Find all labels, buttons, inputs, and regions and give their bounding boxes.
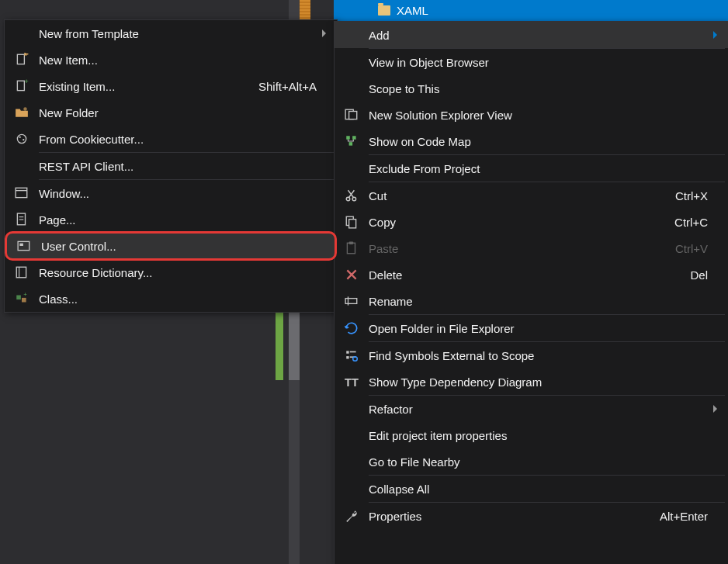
menu-item-label: Find Symbols External to Scope (369, 349, 722, 362)
svg-rect-30 (349, 242, 354, 244)
menu-item-label: Scope to This (369, 82, 722, 95)
open-folder-icon (335, 321, 369, 335)
menu-item-label: Show Type Dependency Diagram (369, 375, 722, 389)
cut-icon (335, 189, 369, 202)
svg-rect-23 (352, 136, 356, 140)
menu-item-label: New Item... (39, 54, 331, 67)
menu-item-new-folder[interactable]: New Folder (5, 99, 337, 126)
menu-item-label: Show on Code Map (369, 135, 722, 148)
menu-item-open-folder[interactable]: Open Folder in File Explorer (335, 315, 728, 341)
menu-item-label: Delete (369, 268, 690, 282)
menu-item-exclude[interactable]: Exclude From Project (335, 155, 728, 182)
menu-item-show-code-map[interactable]: Show on Code Map (335, 128, 728, 154)
class-icon: + (5, 292, 39, 306)
menu-item-rest-api[interactable]: REST API Client... (5, 153, 337, 179)
code-map-icon (335, 134, 369, 148)
existing-item-icon: + (5, 79, 39, 93)
svg-text:T: T (352, 376, 359, 389)
menu-item-copy[interactable]: CopyCtrl+C (335, 209, 728, 235)
svg-rect-13 (18, 241, 29, 250)
menu-item-find-symbols[interactable]: Find Symbols External to Scope (335, 342, 728, 369)
ruler-icon (300, 0, 310, 19)
svg-rect-14 (19, 244, 23, 246)
menu-item-label: User Control... (41, 240, 328, 253)
menu-item-label: New Solution Explorer View (369, 109, 722, 122)
menu-item-shortcut: Ctrl+V (675, 242, 722, 255)
svg-text:+: + (24, 79, 28, 85)
menu-item-label: Class... (39, 292, 331, 306)
menu-item-label: Cut (369, 189, 675, 202)
menu-item-label: Refactor (369, 403, 713, 416)
svg-point-5 (17, 134, 26, 143)
svg-rect-22 (346, 136, 350, 140)
rename-icon (335, 294, 369, 308)
menu-item-label: Page... (39, 213, 331, 227)
menu-item-scope-to-this[interactable]: Scope to This (335, 75, 728, 102)
svg-rect-0 (17, 54, 24, 64)
svg-point-26 (352, 197, 356, 201)
menu-item-paste: PasteCtrl+V (335, 235, 728, 261)
menu-item-label: Rename (369, 295, 722, 308)
svg-rect-2 (17, 81, 24, 90)
menu-item-label: Resource Dictionary... (39, 266, 331, 279)
menu-item-add[interactable]: Add (335, 22, 728, 48)
menu-item-user-control[interactable]: User Control... (5, 231, 337, 261)
menu-item-label: Properties (369, 510, 660, 523)
menu-item-shortcut: Del (690, 268, 722, 282)
menu-item-properties[interactable]: PropertiesAlt+Enter (335, 503, 728, 529)
menu-item-window[interactable]: Window... (5, 180, 337, 206)
svg-rect-31 (345, 299, 357, 304)
svg-point-6 (19, 137, 21, 138)
menu-item-label: Existing Item... (39, 80, 258, 93)
menu-item-collapse-all[interactable]: Collapse All (335, 476, 728, 502)
properties-icon (335, 509, 369, 523)
menu-item-label: Window... (39, 187, 331, 200)
svg-rect-15 (16, 267, 26, 278)
new-item-icon (5, 53, 39, 67)
add-submenu: New from TemplateNew Item...+Existing It… (4, 19, 338, 313)
type-dependency-icon: TT (335, 375, 369, 389)
svg-rect-18 (22, 298, 26, 303)
tree-item-xaml[interactable]: XAML (334, 0, 728, 21)
svg-text:T: T (345, 376, 352, 389)
menu-item-label: Go to File Nearby (369, 455, 722, 469)
menu-item-new-solution-view[interactable]: New Solution Explorer View (335, 102, 728, 128)
svg-rect-29 (347, 243, 355, 254)
menu-item-label: Edit project item properties (369, 429, 722, 442)
new-folder-icon (5, 106, 39, 119)
menu-item-cookiecutter[interactable]: From Cookiecutter... (5, 126, 337, 152)
menu-item-delete[interactable]: DeleteDel (335, 261, 728, 288)
menu-item-label: Open Folder in File Explorer (369, 322, 722, 335)
user-control-icon (7, 239, 41, 253)
page-icon (5, 213, 39, 227)
find-symbols-icon (335, 348, 369, 362)
menu-item-edit-proj-item[interactable]: Edit project item properties (335, 422, 728, 448)
menu-item-label: Collapse All (369, 483, 722, 496)
new-solution-view-icon (335, 108, 369, 122)
tree-item-label: XAML (397, 4, 428, 17)
menu-item-new-item[interactable]: New Item... (5, 47, 337, 73)
folder-icon (378, 5, 390, 16)
menu-item-resource-dictionary[interactable]: Resource Dictionary... (5, 259, 337, 285)
menu-item-go-to-file-nearby[interactable]: Go to File Nearby (335, 448, 728, 475)
menu-item-refactor[interactable]: Refactor (335, 396, 728, 422)
submenu-arrow-icon (322, 29, 326, 37)
menu-item-label: REST API Client... (39, 160, 331, 173)
menu-item-new-from-template[interactable]: New from Template (5, 20, 337, 47)
submenu-arrow-icon (713, 31, 717, 39)
menu-item-rename[interactable]: Rename (335, 288, 728, 314)
cookiecutter-icon (5, 132, 39, 146)
menu-item-label: New from Template (39, 27, 322, 40)
submenu-arrow-icon (713, 405, 717, 413)
menu-item-shortcut: Ctrl+C (674, 216, 722, 229)
menu-item-type-dependency[interactable]: TTShow Type Dependency Diagram (335, 369, 728, 395)
vertical-scrollbar-thumb[interactable] (289, 310, 300, 380)
menu-item-class[interactable]: +Class... (5, 285, 337, 312)
menu-item-label: Paste (369, 242, 675, 255)
menu-item-cut[interactable]: CutCtrl+X (335, 182, 728, 209)
paste-icon (335, 241, 369, 255)
menu-item-existing-item[interactable]: +Existing Item...Shift+Alt+A (5, 73, 337, 99)
svg-point-1 (25, 54, 27, 56)
menu-item-page[interactable]: Page... (5, 206, 337, 233)
menu-item-view-object-browser[interactable]: View in Object Browser (335, 49, 728, 75)
